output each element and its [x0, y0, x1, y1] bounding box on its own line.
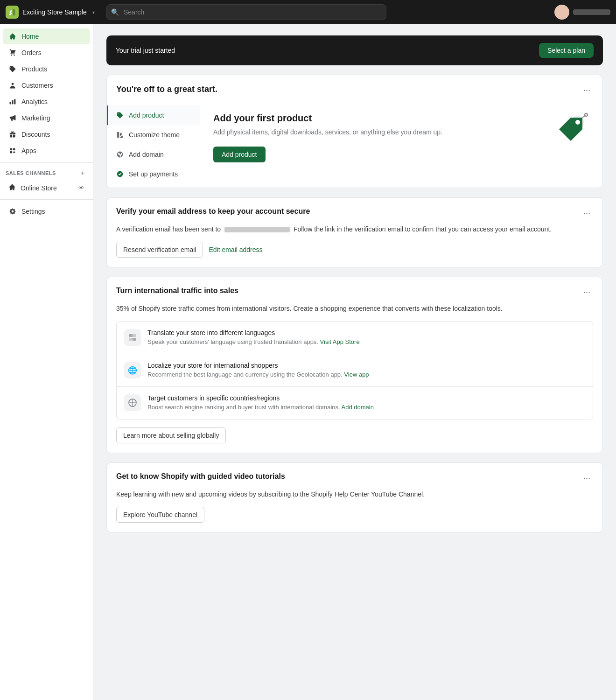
sidebar-item-apps[interactable]: Apps: [3, 143, 90, 159]
international-desc: 35% of Shopify store traffic comes from …: [116, 304, 593, 314]
add-sales-channel-button[interactable]: ＋: [78, 168, 87, 178]
getting-started-title: You're off to a great start.: [116, 84, 217, 94]
localize-content: Localize your store for international sh…: [147, 362, 585, 379]
sidebar-item-home[interactable]: Home: [3, 28, 90, 44]
sidebar-divider-2: [0, 199, 93, 200]
target-content: Target customers in specific countries/r…: [147, 394, 585, 412]
sidebar-discounts-label: Discounts: [21, 131, 50, 138]
search-input[interactable]: [106, 4, 386, 20]
store-logo[interactable]: Exciting Store Sample ▾: [6, 6, 99, 19]
step-customize-theme[interactable]: Customize theme: [107, 125, 200, 145]
email-blurred: [224, 227, 290, 232]
sidebar-orders-label: Orders: [21, 49, 42, 56]
svg-point-1: [575, 120, 580, 125]
step-add-product[interactable]: Add product: [107, 105, 200, 125]
learn-more-global-button[interactable]: Learn more about selling globally: [116, 427, 226, 443]
svg-point-3: [585, 113, 588, 116]
visit-app-store-link[interactable]: Visit App Store: [320, 338, 360, 345]
settings-icon: [8, 207, 17, 216]
sidebar-item-settings[interactable]: Settings: [3, 203, 90, 219]
app-body: Home Orders Products Customers Analytics: [0, 24, 616, 700]
online-store-icon: [8, 183, 16, 192]
home-icon: [8, 32, 17, 41]
verify-email-body: A verification email has been sent to Fo…: [107, 224, 602, 267]
search-icon: 🔍: [111, 8, 119, 16]
getting-started-body: Add product Customize theme Add domain: [107, 102, 602, 188]
getting-started-more-button[interactable]: ···: [581, 84, 593, 96]
step-add-domain[interactable]: Add domain: [107, 145, 200, 164]
sidebar-item-analytics[interactable]: Analytics: [3, 94, 90, 110]
intl-item-target: Target customers in specific countries/r…: [117, 387, 593, 419]
intl-item-localize: 🌐 Localize your store for international …: [117, 354, 593, 387]
svg-rect-4: [129, 334, 133, 337]
trial-banner-text: Your trial just started: [116, 47, 175, 54]
sidebar-analytics-label: Analytics: [21, 98, 48, 105]
sidebar-item-marketing[interactable]: Marketing: [3, 110, 90, 126]
avatar: [554, 5, 569, 20]
explore-youtube-button[interactable]: Explore YouTube channel: [116, 507, 204, 523]
apps-icon: [8, 147, 17, 155]
check-circle-icon: [116, 170, 124, 178]
international-items: Translate your store into different lang…: [116, 321, 593, 420]
sidebar-home-label: Home: [21, 33, 39, 40]
step-detail-desc: Add physical items, digital downloads, s…: [213, 127, 442, 137]
video-card-title: Get to know Shopify with guided video tu…: [116, 472, 285, 481]
edit-email-link[interactable]: Edit email address: [209, 246, 262, 253]
sidebar-item-orders[interactable]: Orders: [3, 45, 90, 61]
select-plan-button[interactable]: Select a plan: [539, 43, 594, 58]
add-product-button[interactable]: Add product: [213, 147, 266, 162]
add-domain-link[interactable]: Add domain: [342, 404, 374, 411]
sidebar-apps-label: Apps: [21, 147, 36, 154]
user-name-blurred: [573, 9, 610, 15]
step-add-domain-label: Add domain: [129, 151, 164, 158]
video-card-header: Get to know Shopify with guided video tu…: [107, 463, 602, 490]
verify-email-desc: A verification email has been sent to Fo…: [116, 224, 593, 234]
verify-email-more-button[interactable]: ···: [581, 207, 593, 219]
discounts-icon: [8, 130, 17, 139]
sidebar-divider: [0, 162, 93, 163]
sidebar-customers-label: Customers: [21, 82, 53, 89]
top-header: Exciting Store Sample ▾ 🔍: [0, 0, 616, 24]
search-bar: 🔍: [106, 4, 386, 20]
localize-icon: 🌐: [124, 362, 141, 378]
verify-email-actions: Resend verification email Edit email add…: [116, 242, 593, 258]
international-body: 35% of Shopify store traffic comes from …: [107, 304, 602, 453]
video-card-desc: Keep learning with new and upcoming vide…: [116, 490, 593, 499]
store-chevron-icon: ▾: [92, 10, 95, 15]
international-title: Turn international traffic into sales: [116, 287, 238, 295]
sales-channels-section: SALES CHANNELS ＋: [0, 167, 93, 180]
brush-icon: [116, 131, 124, 139]
resend-verification-button[interactable]: Resend verification email: [116, 242, 203, 258]
getting-started-header: You're off to a great start. ···: [107, 75, 602, 102]
step-set-up-payments[interactable]: Set up payments: [107, 164, 200, 184]
translate-content: Translate your store into different lang…: [147, 329, 585, 346]
steps-list: Add product Customize theme Add domain: [107, 102, 200, 188]
sidebar-item-online-store[interactable]: Online Store 👁: [3, 180, 90, 196]
target-icon: [124, 394, 141, 411]
sidebar-settings-label: Settings: [21, 208, 45, 215]
svg-rect-5: [133, 334, 136, 337]
view-app-link[interactable]: View app: [344, 371, 369, 378]
verify-email-title: Verify your email address to keep your a…: [116, 207, 310, 216]
customers-icon: [8, 81, 17, 90]
trial-banner: Your trial just started Select a plan: [106, 35, 603, 65]
intl-item-translate: Translate your store into different lang…: [117, 322, 593, 354]
verify-email-desc-after: Follow the link in the verification emai…: [294, 225, 552, 233]
translate-icon: [124, 329, 141, 346]
localize-desc: Recommend the best language and currency…: [147, 371, 585, 379]
international-header: Turn international traffic into sales ··…: [107, 277, 602, 304]
sidebar-item-customers[interactable]: Customers: [3, 77, 90, 93]
sidebar-item-products[interactable]: Products: [3, 61, 90, 77]
orders-icon: [8, 49, 17, 57]
main-content: Your trial just started Select a plan Yo…: [93, 24, 616, 700]
sales-channels-label: SALES CHANNELS: [6, 170, 56, 176]
sidebar-item-discounts[interactable]: Discounts: [3, 126, 90, 142]
target-title: Target customers in specific countries/r…: [147, 394, 585, 402]
verify-email-card: Verify your email address to keep your a…: [106, 197, 603, 267]
store-name-label: Exciting Store Sample: [22, 8, 87, 16]
getting-started-card: You're off to a great start. ··· Add pro…: [106, 75, 603, 188]
marketing-icon: [8, 114, 17, 122]
international-more-button[interactable]: ···: [581, 287, 593, 298]
svg-text:🌐: 🌐: [128, 366, 137, 375]
video-card-more-button[interactable]: ···: [581, 472, 593, 484]
